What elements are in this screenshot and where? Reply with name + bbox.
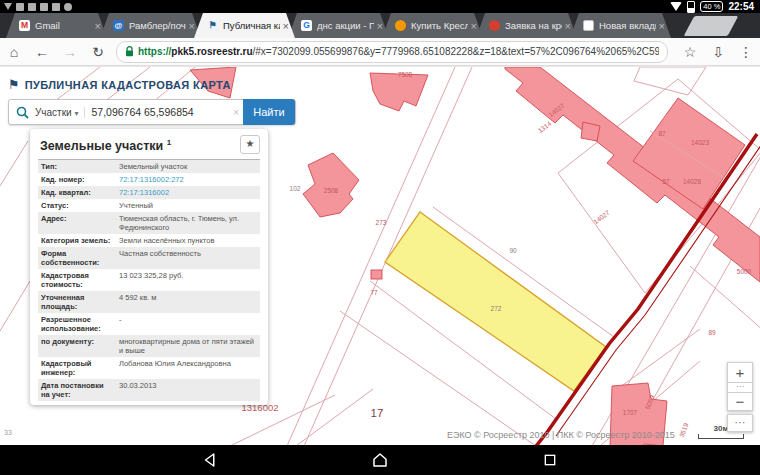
tab-label: Рамблер/почта [129,20,186,31]
map-label: 102 [290,185,301,192]
browser-tab-1[interactable]: @Рамблер/почта× [100,13,201,38]
close-icon[interactable]: × [95,21,101,31]
browser-toolbar: ⌂ ← → ↻ https://pkk5.rosreestr.ru/#x=730… [0,38,760,66]
attribute-value: многоквартирные дома от пяти этажей и вы… [119,337,257,355]
attribute-row: Дата постановки на учет:30.03.2013 [38,379,260,401]
url-scheme: https:// [138,46,171,57]
map-label: 57 [662,178,670,185]
search-submit-button[interactable]: Найти [243,99,295,125]
gmail-favicon-icon: M [19,20,30,31]
attribute-label: Уточненная площадь: [41,293,119,311]
wifi-icon [670,2,682,11]
reload-icon[interactable]: ↻ [84,44,112,60]
back-nav-icon[interactable] [190,449,230,471]
attribute-label: Категория земель: [41,236,119,245]
android-status-bar: 40 % 22:54 [0,0,760,13]
selected-parcel[interactable] [385,212,606,391]
clear-search-icon[interactable]: × [233,107,243,118]
home-icon[interactable]: ⌂ [0,44,28,60]
close-icon[interactable]: × [283,21,289,31]
browser-tab-5[interactable]: Заявка на кред× [476,13,577,38]
attribute-label: Статус: [41,201,119,210]
close-icon[interactable]: × [471,21,477,31]
close-icon[interactable]: × [189,21,195,31]
home-nav-icon[interactable] [360,449,400,471]
attribute-value: 20.12.2017 [119,403,257,405]
lock-icon [125,46,134,57]
browser-tab-6[interactable]: Новая вкладка× [570,13,671,38]
new-tab-button[interactable] [684,16,739,36]
bookmark-star-icon[interactable]: ☆ [676,44,704,60]
attribute-value: 13 023 325,28 руб. [119,271,257,289]
parcel-info-card: Земельные участки 1 ★ Тип:Земельный учас… [30,129,268,405]
attribute-label: Форма собственности: [41,249,119,267]
attribute-row: по документу:многоквартирные дома от пят… [38,335,260,357]
tab-label: Gmail [35,20,92,31]
browser-tab-4[interactable]: Купить Кресло× [382,13,483,38]
download-icon[interactable]: ⇩ [704,44,732,60]
map-label: 89 [708,329,716,336]
card-title: Земельные участки 1 [40,139,171,153]
zoom-in-button[interactable]: + [727,362,753,383]
zoom-out-button[interactable]: − [727,392,753,411]
search-icon [16,106,29,119]
attribute-value: 4 592 кв. м [119,293,257,311]
map-label: 14023 [691,139,709,146]
tab-label: Заявка на кред [505,20,562,31]
attribute-row: Разрешенное использование:- [38,313,260,335]
notification-icon [16,3,24,11]
attribute-label: Разрешенное использование: [41,315,119,333]
forward-icon[interactable]: → [56,44,84,60]
search-input[interactable]: 57,096764 65,596854 [85,106,233,118]
attribute-label: Дата изменения сведений в ГКН: [41,403,119,405]
recents-nav-icon[interactable] [530,449,570,471]
browser-tab-strip: MGmail×@Рамблер/почта×⚑Публичная кад×Gдн… [0,13,760,38]
attribute-label: Кадастровая стоимость: [41,271,119,289]
map-label: 90 [509,247,517,254]
notification-icon [64,3,72,11]
menu-icon[interactable]: ⋮ [732,44,760,60]
url-text: https://pkk5.rosreestr.ru/#x=7302099.055… [138,46,659,57]
map-attribution: ЕЭКО © Росреестр 2010 | ПКК © Росреестр … [447,430,675,440]
map-label: 272 [491,305,502,312]
pkk-brand: ⚑ ПУБЛИЧНАЯ КАДАСТРОВАЯ КАРТА [8,77,231,92]
search-category-dropdown[interactable]: Участки ▾ [35,107,85,118]
android-nav-bar [0,445,760,475]
attribute-value-link[interactable]: 72:17:1316002 [119,188,257,197]
map-label: 77 [370,289,378,296]
tab-label: днс акции - Пои [317,20,374,31]
attribute-label: Тип: [41,162,119,171]
close-icon[interactable]: × [377,21,383,31]
attribute-row: Кадастровый инженер:Лобанова Юлия Алекса… [38,357,260,379]
attribute-row: Уточненная площадь:4 592 кв. м [38,291,260,313]
map-label: 273 [376,219,387,226]
browser-tab-0[interactable]: MGmail× [6,13,107,38]
map-label: 1314 [537,120,553,135]
tab-label: Новая вкладка [599,20,656,31]
close-icon[interactable]: × [565,21,571,31]
zoom-slider-handle[interactable]: ⋯ [727,383,753,392]
address-bar[interactable]: https://pkk5.rosreestr.ru/#x=7302099.055… [116,41,668,63]
favorite-star-button[interactable]: ★ [240,135,260,154]
battery-percent: 40 % [700,1,723,12]
google-favicon-icon: G [301,20,312,31]
attribute-value: Учтенный [119,201,257,210]
tab-label: Купить Кресло [411,20,468,31]
url-host: pkk5.rosreestr.ru [171,46,252,57]
pkk-logo-icon: ⚑ [8,77,20,92]
card-title-text: Земельные участки [40,139,163,153]
close-icon[interactable]: × [659,21,665,31]
attribute-value-link[interactable]: 72:17:1316002:272 [119,175,257,184]
browser-tab-2[interactable]: ⚑Публичная кад× [194,13,295,38]
map-more-button[interactable]: ⋯ [727,414,753,432]
browser-tab-3[interactable]: Gднс акции - Пои× [288,13,389,38]
page-favicon-icon [583,20,594,31]
attribute-row: Дата изменения сведений в ГКН:20.12.2017 [38,401,260,405]
status-clock: 22:54 [728,1,754,12]
parcel-attributes-table: Тип:Земельный участокКад. номер:72:17:13… [38,159,260,405]
back-icon[interactable]: ← [28,44,56,60]
map-label: 17 [371,407,384,419]
map-label: 1707 [623,409,638,416]
attribute-label: Кад. квартал: [41,188,119,197]
notification-icon [52,3,60,11]
